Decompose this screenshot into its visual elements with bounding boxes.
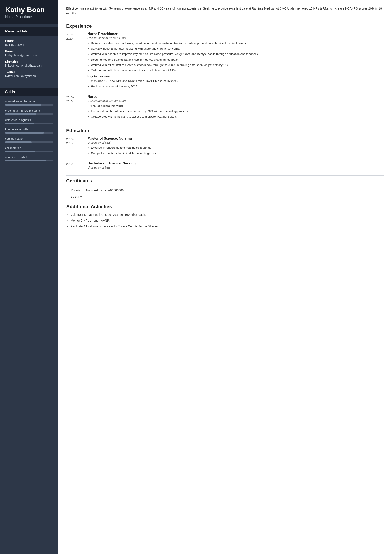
entry-title: Nurse Practitioner xyxy=(87,32,384,36)
contact-value: linkedin.com/in/kathyzboan xyxy=(5,64,53,67)
summary-text: Effective nurse practitioner with 5+ yea… xyxy=(66,6,384,16)
certificate-item: FNP-BC xyxy=(66,194,384,201)
sidebar-header: Kathy Boan Nurse Practitioner xyxy=(0,0,58,24)
edu-bullets: Excelled in leadership and healthcare pl… xyxy=(87,146,384,156)
entry-desc: RN on 30-bed trauma ward. xyxy=(87,104,384,108)
skill-bar xyxy=(5,141,53,143)
skill-name: attention to detail xyxy=(5,156,53,159)
skill-bar-fill xyxy=(5,113,36,115)
experience-container: 2015 -2020Nurse Practitioner Collins Med… xyxy=(66,32,384,120)
skill-bar-fill xyxy=(5,160,46,161)
skills-heading: Skills xyxy=(0,88,58,96)
contact-label: E-mail xyxy=(5,49,53,53)
sidebar: Kathy Boan Nurse Practitioner Personal I… xyxy=(0,0,58,554)
contact-value: kathyzboan@gmail.com xyxy=(5,54,53,57)
skill-bar xyxy=(5,132,53,133)
entry-subtitle: University of Utah xyxy=(87,166,384,169)
personal-info-heading: Personal Info xyxy=(0,27,58,36)
entry-title: Bachelor of Science, Nursing xyxy=(87,161,384,165)
skill-item: differential diagnosis xyxy=(5,118,53,124)
entry-bullets: Delivered medical care, referrals, coord… xyxy=(87,41,384,73)
entry-subtitle: University of Utah xyxy=(87,141,384,144)
activity-item: Volunteer NP at 5 trail runs per year 26… xyxy=(70,213,384,217)
contact-label: Twitter xyxy=(5,70,53,74)
entry-subtitle: Collins Medical Center, Utah xyxy=(87,99,384,103)
entry-body: Bachelor of Science, Nursing University … xyxy=(86,161,384,171)
achievement-bullet: Mentored 10+ new NPs and RNs to raise HC… xyxy=(91,79,384,83)
skill-bar xyxy=(5,123,53,124)
entry-dates: 2010 xyxy=(66,161,86,171)
achievement-bullet: Healthcare worker of the year, 2019. xyxy=(91,84,384,89)
education-container: 2013 -2015Master of Science, Nursing Uni… xyxy=(66,137,384,171)
contact-value: 801-870-3963 xyxy=(5,43,53,47)
skill-name: collaboration xyxy=(5,146,53,150)
bullet-item: Collaborated with insurance vendors to r… xyxy=(91,68,384,73)
activities-section-title: Additional Activities xyxy=(66,201,384,209)
contact-item: Phone 801-870-3963 xyxy=(5,39,53,47)
skill-bar-fill xyxy=(5,132,44,133)
contact-item: E-mail kathyzboan@gmail.com xyxy=(5,49,53,57)
skill-bar-fill xyxy=(5,141,32,143)
entry-bullets: Increased number of patients seen daily … xyxy=(87,109,384,119)
skill-name: differential diagnosis xyxy=(5,118,53,122)
entry-body: Nurse Practitioner Collins Medical Cente… xyxy=(86,32,384,90)
education-entry: 2010Bachelor of Science, Nursing Univers… xyxy=(66,161,384,171)
skill-bar-fill xyxy=(5,104,41,106)
entry-dates: 2015 -2020 xyxy=(66,32,86,90)
skill-item: admissions & discharge xyxy=(5,100,53,106)
bullet-item: Delivered medical care, referrals, coord… xyxy=(91,41,384,45)
activity-item: Facilitate 4 fundraisers per year for To… xyxy=(70,224,384,229)
activity-item: Mentor 7 NPs through AANP. xyxy=(70,218,384,223)
activities-container: Volunteer NP at 5 trail runs per year 26… xyxy=(66,213,384,229)
contact-value: twitter.com/kathyzboan xyxy=(5,74,53,78)
skill-bar xyxy=(5,113,53,115)
entry-title: Master of Science, Nursing xyxy=(87,137,384,140)
bullet-item: Collaborated with physicians to assess a… xyxy=(91,114,384,119)
bullet-item: Increased number of patients seen daily … xyxy=(91,109,384,113)
bullet-item: Documented and tracked patient health me… xyxy=(91,58,384,62)
entry-dates: 2013 -2015 xyxy=(66,137,86,157)
entry-subtitle: Collins Medical Center, Utah xyxy=(87,36,384,40)
experience-section-title: Experience xyxy=(66,21,384,29)
experience-entry: 2010 -2015Nurse Collins Medical Center, … xyxy=(66,95,384,120)
contact-item: Twitter twitter.com/kathyzboan xyxy=(5,70,53,78)
entry-dates: 2010 -2015 xyxy=(66,95,86,120)
candidate-name: Kathy Boan xyxy=(5,6,53,14)
contact-section: Phone 801-870-3963E-mail kathyzboan@gmai… xyxy=(0,36,58,84)
skill-item: communication xyxy=(5,137,53,143)
bullet-item: Worked with office staff to create a smo… xyxy=(91,63,384,67)
skill-bar xyxy=(5,160,53,161)
contact-item: LinkedIn linkedin.com/in/kathyzboan xyxy=(5,60,53,67)
skill-item: attention to detail xyxy=(5,156,53,161)
skill-bar xyxy=(5,151,53,152)
skill-item: interpersonal skills xyxy=(5,128,53,133)
activities-list: Volunteer NP at 5 trail runs per year 26… xyxy=(66,213,384,229)
skill-name: interpersonal skills xyxy=(5,128,53,131)
main-content: Effective nurse practitioner with 5+ yea… xyxy=(58,0,392,554)
education-entry: 2013 -2015Master of Science, Nursing Uni… xyxy=(66,137,384,157)
contact-label: Phone xyxy=(5,39,53,43)
bullet-item: Worked with patients to improve key metr… xyxy=(91,52,384,56)
skill-bar xyxy=(5,104,53,106)
achievement-bullets: Mentored 10+ new NPs and RNs to raise HC… xyxy=(87,79,384,89)
skill-name: admissions & discharge xyxy=(5,100,53,103)
education-section-title: Education xyxy=(66,125,384,133)
experience-entry: 2015 -2020Nurse Practitioner Collins Med… xyxy=(66,32,384,90)
skill-bar-fill xyxy=(5,151,35,152)
bullet-item: Saw 20+ patients per day, assisting with… xyxy=(91,47,384,51)
achievement-label: Key Achievement xyxy=(87,75,384,78)
skills-section: admissions & discharge ordering & interp… xyxy=(0,96,58,168)
entry-body: Nurse Collins Medical Center, UtahRN on … xyxy=(86,95,384,120)
candidate-title: Nurse Practitioner xyxy=(5,15,53,19)
entry-body: Master of Science, Nursing University of… xyxy=(86,137,384,157)
certificate-item: Registered Nurse—License #00000000 xyxy=(66,187,384,194)
bullet-item: Excelled in leadership and healthcare pl… xyxy=(91,146,384,150)
skill-name: communication xyxy=(5,137,53,140)
certificates-section-title: Certificates xyxy=(66,175,384,184)
skill-item: ordering & interpreting tests xyxy=(5,109,53,115)
bullet-item: Completed master's thesis in differentia… xyxy=(91,151,384,155)
skill-item: collaboration xyxy=(5,146,53,152)
entry-title: Nurse xyxy=(87,95,384,99)
certificates-container: Registered Nurse—License #00000000FNP-BC xyxy=(66,187,384,201)
skill-name: ordering & interpreting tests xyxy=(5,109,53,112)
